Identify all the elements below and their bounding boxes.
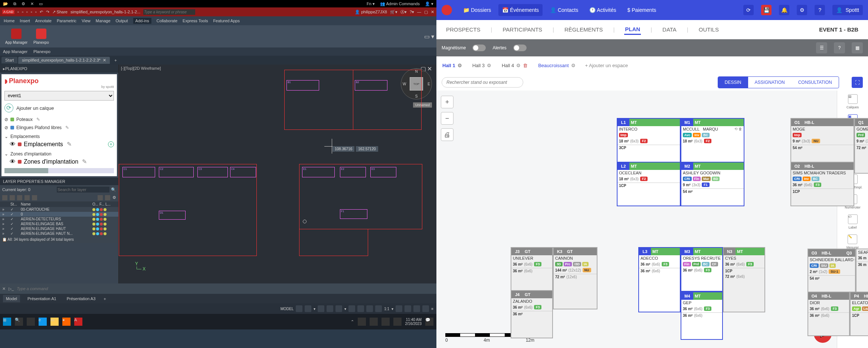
gear-icon[interactable]: ⚙ — [516, 63, 521, 68]
layer-emplacements[interactable]: 👁 Emplacements✎ + — [4, 139, 114, 149]
eye-icon[interactable]: 👁 — [10, 158, 16, 165]
delete-icon[interactable]: 🗑 — [523, 63, 528, 68]
ribbon-collapse-icon[interactable]: ▭ ▾ — [424, 33, 434, 40]
layout-tab[interactable]: Model — [3, 295, 20, 302]
tool-calques[interactable]: ▤Calques — [846, 94, 859, 109]
zoom-out-button[interactable]: − — [441, 112, 453, 125]
lp-row[interactable]: »✓AERIEN-ELINGAGE HAUT N... — [0, 231, 118, 236]
subtab-data[interactable]: DATA — [662, 25, 677, 34]
clock[interactable]: 11:40 AM2/16/2023 — [405, 318, 422, 326]
close-tab-icon[interactable]: ✕ — [103, 58, 106, 63]
stand-frag[interactable]: SEARS AND SH36 m 36 m — [856, 249, 868, 292]
tray-up-icon[interactable]: ⌃ — [351, 319, 354, 324]
section-emplacements[interactable]: ⌄ Emplacements — [4, 134, 114, 139]
ribbon-tab[interactable]: Manage — [96, 19, 111, 23]
app-logo[interactable] — [442, 5, 452, 15]
subtab-prospects[interactable]: PROSPECTS — [445, 25, 481, 34]
tool-label[interactable]: 🏷Label — [848, 214, 858, 229]
lp-gear-icon[interactable]: ⚙ — [112, 195, 116, 200]
sb-3dosnap-icon[interactable] — [357, 305, 364, 312]
apps-icon[interactable]: Ⓐ▾ — [400, 9, 407, 15]
qat-plot-icon[interactable]: ▫ — [35, 10, 37, 14]
print-button[interactable]: 🖨 — [441, 128, 453, 141]
lp-row[interactable]: »✓AERIEN-ELINGAGE HAUT — [0, 226, 118, 231]
keyword-search[interactable] — [143, 9, 195, 15]
nav-activités[interactable]: 🕐 Activités — [586, 4, 620, 16]
status-model[interactable]: MODEL — [281, 307, 294, 311]
lp-row[interactable]: »✓AERIEN-ELINGAGE BAS — [0, 221, 118, 226]
tray-icon[interactable] — [381, 318, 390, 326]
lp-icon[interactable] — [32, 195, 37, 200]
magnetisme-toggle[interactable] — [472, 45, 486, 51]
tool-mesurer[interactable]: 📏Mesurer — [846, 234, 859, 249]
hall-tab[interactable]: Hall 3 ⚙ — [472, 61, 492, 70]
lp-search[interactable] — [57, 187, 109, 193]
sb-lwt-icon[interactable] — [366, 305, 373, 312]
refresh-button[interactable]: ⟳ — [743, 5, 754, 15]
add-icon[interactable]: + — [108, 141, 114, 147]
layer-zones[interactable]: 👁 Zones d'implantation✎ — [4, 157, 114, 167]
planexpo-button[interactable]: Planexpo — [30, 27, 52, 46]
gear-icon[interactable]: ⚙ — [571, 63, 576, 68]
ribbon-tab[interactable]: Output — [116, 19, 128, 23]
lp-icon[interactable] — [17, 195, 22, 200]
edit-icon[interactable]: ✎ — [67, 141, 72, 148]
cart-icon[interactable]: 🛒▾ — [390, 10, 397, 14]
shuffle-icon[interactable]: ✕ — [30, 1, 34, 6]
lp-row[interactable]: »✓00-CARTOUCHE — [0, 207, 118, 212]
fn-dropdown[interactable]: Fn ▾ — [367, 1, 375, 6]
mode-dessin[interactable]: DESSIN — [718, 77, 748, 88]
gear-icon[interactable]: ⚙ — [458, 63, 462, 68]
qat-saveas-icon[interactable]: ▫ — [31, 10, 32, 14]
subtab-outils[interactable]: OUTILS — [698, 25, 720, 34]
sb-i[interactable] — [413, 305, 420, 312]
stand-O3[interactable]: O3HB-LQ3SCHNEIDER BALLARD COCRIStUIA2 m²… — [808, 249, 856, 292]
sb-iso-icon[interactable] — [335, 305, 342, 312]
settings-icon[interactable]: ⚙ — [797, 5, 807, 15]
lp-icon[interactable] — [10, 195, 15, 200]
close-icon[interactable]: ✕ — [431, 10, 434, 14]
open-icon[interactable]: 📂 — [3, 1, 8, 6]
ribbon-tab[interactable]: Insert — [20, 19, 30, 23]
subtab-plan[interactable]: PLAN — [624, 24, 641, 35]
expand-button[interactable]: ⛶ — [852, 77, 863, 88]
gear-icon[interactable]: ⚙ — [22, 1, 25, 6]
max-icon[interactable]: ▢ — [424, 10, 428, 14]
qat-new-icon[interactable]: ▫ — [17, 10, 19, 14]
ribbon-tab[interactable]: Home — [4, 19, 14, 23]
window-icon[interactable]: ▭ — [39, 1, 43, 6]
stand-Q1[interactable]: Q1HB-LGOMEXOSPrd9 m² (3x3) F172 m² (12x6… — [854, 118, 868, 174]
ribbon-tab[interactable]: Collaborate — [157, 19, 177, 23]
layout-tab[interactable]: Présentation A1 — [24, 295, 59, 302]
eye-icon[interactable]: 👁 — [10, 141, 16, 148]
sb-grid-icon[interactable] — [296, 305, 302, 312]
qat-save-icon[interactable]: ▫ — [26, 10, 28, 14]
taskview-icon[interactable] — [27, 318, 35, 326]
explorer-icon[interactable]: ▭ — [50, 318, 59, 326]
hall-tab[interactable]: Hall 1 ⚙ — [442, 61, 463, 70]
ribbon-tab[interactable]: Express Tools — [183, 19, 208, 23]
edit-icon[interactable]: ✎ — [82, 158, 87, 165]
stand-J4[interactable]: J4GTZALANDO36 m² (6x6) F336 m² — [511, 290, 553, 338]
stand-L3[interactable]: L3MTADECCO36 m² (6x6) F336 m² (6x6) — [638, 247, 681, 312]
start-button[interactable]: ⊞ — [3, 318, 11, 326]
section-zones[interactable]: ⌄ Zones d'implantation — [4, 151, 114, 157]
lp-icon[interactable] — [98, 195, 103, 200]
sb-polar-icon[interactable] — [327, 305, 333, 312]
mode-consultation[interactable]: CONSULTATION — [792, 77, 839, 88]
ie-icon[interactable]: e — [39, 318, 47, 326]
tray-icon[interactable] — [393, 318, 402, 326]
user-menu[interactable]: 👤 Spottt — [832, 5, 863, 15]
alertes-toggle[interactable] — [513, 45, 527, 51]
save-button[interactable]: 💾 — [761, 5, 772, 15]
admin-commands[interactable]: 👥 Admin Commands — [380, 1, 420, 6]
stand-K3[interactable]: K3GTCANNON3DPrcI3DIA144 m² (12x12) NU72 … — [553, 247, 597, 309]
firefox-icon[interactable]: ● — [62, 318, 71, 326]
drawing-tab[interactable]: simplified_eurexpolyon_halls-1-2.1-2.2-2… — [18, 57, 110, 64]
stand-L2[interactable]: L2MTOCECLEAN18 m² (6x3) F21CP — [617, 162, 681, 206]
stand-M2[interactable]: M2MTASHLEY GOODWINCRIFinMarBD9 m² (3x3) … — [681, 162, 744, 206]
sb-gear-icon[interactable] — [396, 305, 402, 312]
layer-item[interactable]: ⊘Poteaux✎ — [4, 115, 114, 124]
layer-item[interactable]: ⊘Elingues Plafond libres✎ — [4, 124, 114, 132]
grid-button[interactable]: ▦ — [852, 42, 863, 53]
